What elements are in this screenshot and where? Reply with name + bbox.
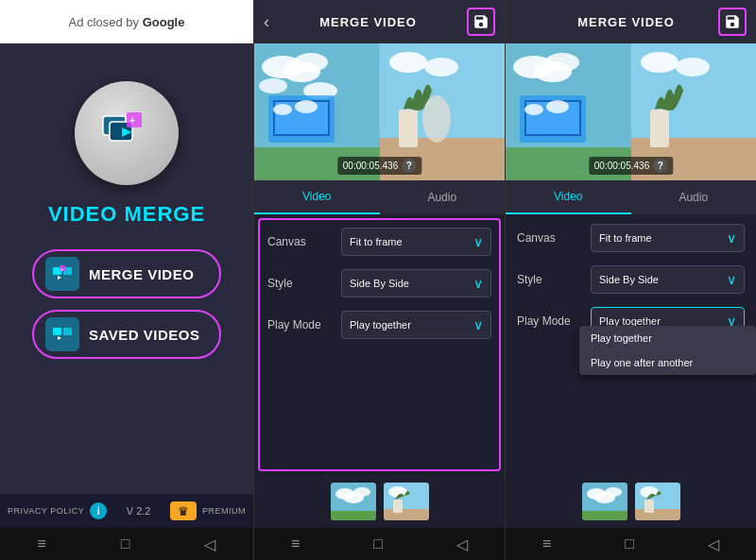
panel1-tab-bar: Video Audio <box>254 180 505 214</box>
svg-rect-54 <box>650 110 669 147</box>
merge-panel-1: ‹ MERGE VIDEO <box>253 0 505 560</box>
svg-point-26 <box>389 52 427 73</box>
panel2-thumb-1[interactable] <box>582 483 627 520</box>
panel1-header: ‹ MERGE VIDEO <box>254 0 505 43</box>
merge-panel-2: MERGE VIDEO <box>505 0 756 560</box>
panel1-hamburger-icon[interactable]: ≡ <box>291 535 300 552</box>
panel1-thumb-1[interactable] <box>331 483 376 520</box>
panel1-home-icon[interactable]: □ <box>373 535 383 552</box>
merge-video-button[interactable]: + MERGE VIDEO <box>32 249 221 298</box>
canvas-chevron-icon: ∨ <box>473 234 483 249</box>
svg-rect-29 <box>399 110 418 147</box>
panel2-header: MERGE VIDEO <box>506 0 756 43</box>
panel2-back-icon[interactable]: ◁ <box>708 535 719 553</box>
crown-badge: ♛ <box>170 501 197 520</box>
info-icon: i <box>97 505 100 517</box>
panel2-canvas-label: Canvas <box>517 231 583 245</box>
svg-marker-7 <box>58 276 61 280</box>
svg-rect-63 <box>644 500 654 513</box>
panel2-style-row: Style Side By Side ∨ <box>517 265 745 294</box>
panel1-save-button[interactable] <box>467 8 495 36</box>
panel2-canvas-row: Canvas Fit to frame ∨ <box>517 224 745 252</box>
ad-closed-text: Ad closed by Google <box>69 15 185 29</box>
panel2-playmode-menu: Play together Play one after another <box>579 326 756 375</box>
panel1-back-button[interactable]: ‹ <box>264 12 269 32</box>
svg-rect-10 <box>53 328 61 335</box>
svg-point-24 <box>295 100 318 113</box>
svg-point-52 <box>676 58 710 76</box>
svg-text:+: + <box>129 115 135 126</box>
svg-rect-38 <box>384 509 429 520</box>
panel2-tab-bar: Video Audio <box>506 180 756 214</box>
home-icon[interactable]: □ <box>121 535 130 552</box>
panel2-canvas-dropdown[interactable]: Fit to frame ∨ <box>591 224 745 252</box>
privacy-policy-text[interactable]: PRIVACY POLICY <box>8 506 84 516</box>
ad-bar: Ad closed by Google <box>0 0 253 43</box>
panel2-option-play-one-after-another[interactable]: Play one after another <box>579 350 756 375</box>
panel1-back-icon[interactable]: ◁ <box>456 535 468 553</box>
panel2-tab-audio[interactable]: Audio <box>631 180 757 214</box>
playmode-chevron-icon: ∨ <box>473 317 483 332</box>
panel1-thumb-2[interactable] <box>384 483 429 520</box>
panel1-canvas-label: Canvas <box>267 235 334 248</box>
panel2-style-dropdown[interactable]: Side By Side ∨ <box>591 265 745 294</box>
panel2-timestamp: 00:00:05.436 ? <box>589 157 673 175</box>
panel2-tab-video[interactable]: Video <box>506 180 631 214</box>
panel1-title: MERGE VIDEO <box>319 15 417 29</box>
panel2-canvas-chevron: ∨ <box>727 230 736 246</box>
svg-rect-62 <box>635 509 680 520</box>
info-badge[interactable]: i <box>90 502 107 519</box>
panel2-thumb-2[interactable] <box>635 483 680 520</box>
panel1-style-dropdown[interactable]: Side By Side ∨ <box>341 269 491 297</box>
panel2-home-icon[interactable]: □ <box>625 535 634 552</box>
panel2-save-button[interactable] <box>718 8 747 36</box>
panel1-playmode-row: Play Mode Play together ∨ <box>267 311 491 339</box>
panel1-settings: Canvas Fit to frame ∨ Style Side By Side… <box>258 218 501 471</box>
panel1-playmode-label: Play Mode <box>267 318 334 331</box>
saved-videos-icon <box>45 317 79 351</box>
panel2-save-icon <box>724 13 741 30</box>
svg-point-58 <box>594 492 615 503</box>
style-chevron-icon: ∨ <box>473 276 483 291</box>
panel2-settings: Canvas Fit to frame ∨ Style Side By Side… <box>506 214 756 475</box>
panel2-title: MERGE VIDEO <box>577 15 675 29</box>
panel2-playmode-label: Play Mode <box>517 314 583 328</box>
svg-rect-59 <box>582 511 627 520</box>
panel2-video-preview: 00:00:05.436 ? <box>506 43 756 180</box>
panel2-style-chevron: ∨ <box>727 272 736 287</box>
panel2-style-label: Style <box>517 273 583 286</box>
svg-point-16 <box>283 61 320 82</box>
panel2-hamburger-icon[interactable]: ≡ <box>542 535 551 552</box>
svg-text:+: + <box>60 266 64 272</box>
svg-point-43 <box>534 61 572 82</box>
panel1-nav-bar: ≡ □ ◁ <box>254 528 505 560</box>
panel1-timestamp: 00:00:05.436 ? <box>337 157 421 175</box>
back-nav-icon[interactable]: ◁ <box>204 535 215 553</box>
panel1-thumbnails <box>254 475 505 528</box>
svg-point-49 <box>546 100 569 113</box>
panel2-nav-bar: ≡ □ ◁ <box>506 528 756 560</box>
svg-rect-35 <box>331 511 376 520</box>
panel1-tab-audio[interactable]: Audio <box>380 180 506 214</box>
panel2-help-icon[interactable]: ? <box>653 159 667 173</box>
panel1-playmode-dropdown[interactable]: Play together ∨ <box>341 311 491 339</box>
save-icon <box>472 13 490 30</box>
svg-point-51 <box>641 52 679 73</box>
panel1-canvas-dropdown[interactable]: Fit to frame ∨ <box>341 228 491 256</box>
panel1-help-icon[interactable]: ? <box>402 159 416 173</box>
merge-video-label: MERGE VIDEO <box>89 266 194 282</box>
version-label: V 2.2 <box>112 505 164 517</box>
merge-video-icon: + <box>45 257 79 291</box>
left-nav-bar: ≡ □ ◁ <box>0 528 253 560</box>
hamburger-icon[interactable]: ≡ <box>37 535 45 552</box>
app-title: VIDEO MERGE <box>48 202 205 227</box>
panel1-tab-video[interactable]: Video <box>254 180 380 214</box>
app-logo: + <box>75 81 179 185</box>
panel1-video-preview: 00:00:05.436 ? <box>254 43 505 180</box>
premium-label: PREMIUM <box>202 506 246 516</box>
svg-point-48 <box>524 104 543 115</box>
svg-point-34 <box>343 492 364 503</box>
panel2-option-play-together[interactable]: Play together <box>579 326 756 350</box>
saved-videos-button[interactable]: SAVED VIDEOS <box>32 310 221 359</box>
logo-icon: + <box>98 105 155 161</box>
